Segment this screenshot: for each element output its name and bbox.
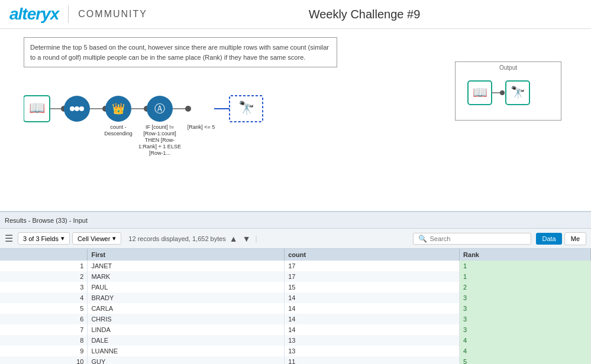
fields-dropdown-icon: ▾ [61, 235, 64, 242]
columns-icon[interactable]: ☰ [5, 233, 13, 244]
svg-point-32 [500, 90, 505, 95]
svg-point-3 [102, 106, 108, 112]
cell-rank: 3 [460, 324, 591, 335]
col-header-rank: Rank [460, 249, 591, 261]
cell-first: CARLA [88, 303, 285, 314]
svg-rect-10 [24, 96, 50, 122]
svg-text:Descending: Descending [104, 131, 133, 136]
svg-point-5 [144, 106, 150, 112]
cell-record: 4 [0, 292, 88, 303]
description-box: Determine the top 5 based on the count, … [24, 37, 337, 67]
cell-first: LUANNE [88, 346, 285, 356]
cell-first: CHRIS [88, 314, 285, 324]
cell-rank: 3 [460, 303, 591, 314]
sort-up-button[interactable]: ▲ [228, 234, 239, 243]
svg-point-12 [64, 96, 90, 122]
svg-text:[Row-1:count]: [Row-1:count] [143, 131, 176, 136]
table-row: 2MARK171 [0, 271, 591, 282]
description-text: Determine the top 5 based on the count, … [30, 44, 329, 61]
cell-rank: 4 [460, 335, 591, 346]
table-row: 5CARLA143 [0, 303, 591, 314]
cell-record: 9 [0, 346, 88, 356]
cell-first: DALE [88, 335, 285, 346]
col-header-count: count [285, 249, 460, 261]
svg-text:📖: 📖 [473, 85, 487, 99]
cell-record: 5 [0, 303, 88, 314]
cell-count: 13 [285, 335, 460, 346]
cell-record: 8 [0, 335, 88, 346]
sort-down-button[interactable]: ▼ [241, 234, 252, 243]
svg-point-13 [70, 106, 75, 111]
table-row: 1JANET171 [0, 261, 591, 271]
cell-count: 14 [285, 303, 460, 314]
svg-text:📖: 📖 [29, 100, 46, 116]
table-container[interactable]: First count Rank 1JANET1712MARK1713PAUL1… [0, 249, 591, 364]
table-row: 6CHRIS143 [0, 314, 591, 324]
cell-rank: 4 [460, 346, 591, 356]
svg-point-18 [147, 96, 173, 122]
cell-viewer-label: Cell Viewer [77, 235, 110, 242]
output-nodes: 📖 🔭 [467, 76, 550, 112]
table-row: 3PAUL152 [0, 282, 591, 292]
table-body: 1JANET1712MARK1713PAUL1524BRADY1435CARLA… [0, 261, 591, 364]
cell-first: LINDA [88, 324, 285, 335]
cell-first: PAUL [88, 282, 285, 292]
cell-rank: 2 [460, 282, 591, 292]
cell-record: 10 [0, 356, 88, 364]
cell-record: 2 [0, 271, 88, 282]
data-button[interactable]: Data [536, 233, 561, 245]
cell-count: 11 [285, 356, 460, 364]
output-label: Output [499, 64, 517, 71]
cell-rank: 1 [460, 271, 591, 282]
logo: alteryx [9, 5, 59, 24]
me-button[interactable]: Me [564, 232, 586, 245]
cell-rank: 3 [460, 292, 591, 303]
table-row: 9LUANNE134 [0, 346, 591, 356]
separator: | [256, 235, 257, 243]
svg-point-1 [61, 106, 67, 112]
cell-first: BRADY [88, 292, 285, 303]
cell-count: 14 [285, 324, 460, 335]
output-box: Output 📖 🔭 [455, 61, 561, 121]
col-header-first: First [88, 249, 285, 261]
table-row: 8DALE134 [0, 335, 591, 346]
svg-text:IF [count] !=: IF [count] != [146, 124, 174, 130]
community-label: COMMUNITY [78, 9, 147, 20]
cell-rank: 5 [460, 356, 591, 364]
fields-button[interactable]: 3 of 3 Fields ▾ [18, 232, 70, 245]
svg-point-15 [79, 106, 84, 111]
svg-text:THEN [Row-: THEN [Row- [145, 137, 175, 143]
results-bar: Results - Browse (33) - Input [0, 212, 591, 229]
svg-rect-9 [230, 96, 263, 122]
col-header-record [0, 249, 88, 261]
cell-viewer-button[interactable]: Cell Viewer ▾ [72, 232, 121, 245]
table-row: 10GUY115 [0, 356, 591, 364]
cell-first: MARK [88, 271, 285, 282]
search-icon: 🔍 [418, 235, 427, 243]
search-box[interactable]: 🔍 [413, 233, 531, 245]
svg-text:👑: 👑 [112, 102, 125, 115]
fields-btn-label: 3 of 3 Fields [23, 235, 59, 242]
results-bar-label: Results - Browse (33) - Input [5, 217, 88, 224]
cell-record: 3 [0, 282, 88, 292]
toolbar: ☰ 3 of 3 Fields ▾ Cell Viewer ▾ 12 recor… [0, 229, 591, 249]
cell-rank: 3 [460, 314, 591, 324]
search-input[interactable] [429, 235, 526, 242]
cell-count: 14 [285, 292, 460, 303]
data-table: First count Rank 1JANET1712MARK1713PAUL1… [0, 249, 591, 364]
header: alteryx COMMUNITY Weekly Challenge #9 [0, 0, 591, 29]
svg-text:Ⓐ: Ⓐ [154, 103, 165, 115]
cell-count: 17 [285, 271, 460, 282]
cell-count: 13 [285, 346, 460, 356]
svg-text:🔭: 🔭 [238, 100, 255, 116]
cell-record: 7 [0, 324, 88, 335]
svg-text:[Rank] <= 5: [Rank] <= 5 [188, 124, 215, 130]
cell-first: GUY [88, 356, 285, 364]
cell-record: 1 [0, 261, 88, 271]
cell-record: 6 [0, 314, 88, 324]
svg-text:count -: count - [110, 124, 127, 130]
svg-point-14 [75, 106, 79, 111]
workflow: 📖 👑 Ⓐ 🔭 count - Descending IF [count] !=… [24, 76, 343, 194]
cell-first: JANET [88, 261, 285, 271]
table-header-row: First count Rank [0, 249, 591, 261]
